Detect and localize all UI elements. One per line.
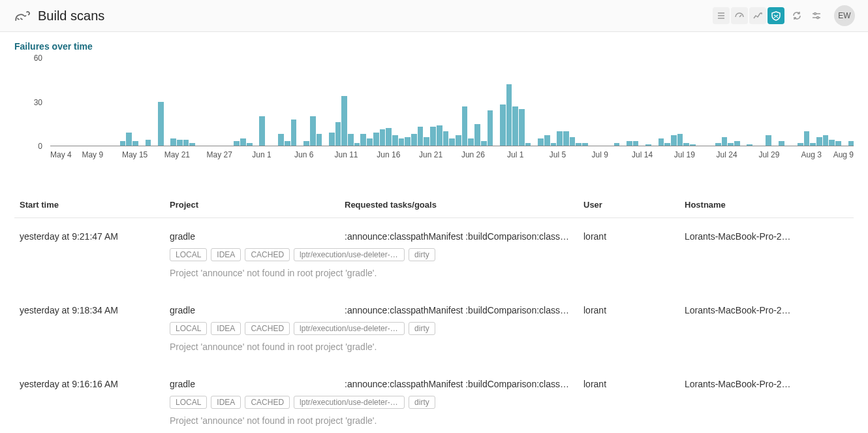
- table-row[interactable]: yesterday at 9:21:47 AMgradle:announce:c…: [14, 218, 854, 292]
- col-header-start[interactable]: Start time: [20, 200, 170, 210]
- chart-bar[interactable]: [146, 140, 151, 146]
- chart-bar[interactable]: [278, 134, 284, 146]
- tag[interactable]: dirty: [409, 322, 435, 335]
- chart-bar[interactable]: [177, 140, 183, 146]
- tag[interactable]: dirty: [409, 396, 435, 409]
- chart-bar[interactable]: [449, 138, 455, 146]
- col-header-user[interactable]: User: [583, 200, 685, 210]
- chart-bar[interactable]: [551, 143, 557, 146]
- chart-bar[interactable]: [677, 134, 683, 146]
- chart-bar[interactable]: [823, 135, 829, 146]
- chart-bar[interactable]: [189, 143, 195, 146]
- chart-bar[interactable]: [386, 128, 392, 146]
- table-row[interactable]: yesterday at 9:16:16 AMgradle:announce:c…: [14, 366, 854, 433]
- chart-bar[interactable]: [481, 141, 487, 146]
- chart-bar[interactable]: [798, 143, 803, 146]
- col-header-tasks[interactable]: Requested tasks/goals: [345, 200, 583, 210]
- chart-bar[interactable]: [525, 143, 531, 146]
- chart-bar[interactable]: [747, 144, 752, 146]
- col-header-host[interactable]: Hostname: [685, 200, 848, 210]
- chart-bar[interactable]: [829, 140, 835, 146]
- chart-bar[interactable]: [563, 131, 569, 146]
- chart-bar[interactable]: [247, 143, 253, 146]
- chart-bar[interactable]: [126, 133, 132, 146]
- tag[interactable]: CACHED: [245, 396, 290, 409]
- chart-bar[interactable]: [671, 135, 677, 146]
- chart-bar[interactable]: [614, 143, 620, 146]
- settings-button[interactable]: [808, 7, 825, 24]
- chart-bar[interactable]: [354, 143, 360, 146]
- chart-bar[interactable]: [538, 138, 544, 146]
- chart-bar[interactable]: [810, 143, 816, 146]
- tag[interactable]: CACHED: [245, 322, 290, 335]
- tag[interactable]: IDEA: [211, 396, 241, 409]
- failures-view-button[interactable]: [767, 7, 784, 24]
- chart-bar[interactable]: [259, 116, 265, 146]
- chart-bar[interactable]: [779, 141, 784, 146]
- tag[interactable]: lptr/execution/use-deleter-t…: [294, 248, 405, 261]
- chart-bar[interactable]: [418, 127, 424, 146]
- col-header-project[interactable]: Project: [170, 200, 345, 210]
- tag[interactable]: IDEA: [211, 248, 241, 261]
- chart-bar[interactable]: [506, 84, 512, 146]
- chart-bar[interactable]: [380, 129, 386, 146]
- tag[interactable]: dirty: [409, 248, 435, 261]
- chart-bar[interactable]: [664, 143, 670, 146]
- chart-bar[interactable]: [310, 116, 316, 146]
- chart-bar[interactable]: [645, 144, 651, 146]
- chart-bar[interactable]: [519, 109, 525, 146]
- chart-bar[interactable]: [544, 135, 550, 146]
- chart-bar[interactable]: [683, 143, 689, 146]
- chart-bar[interactable]: [348, 134, 354, 146]
- chart-bar[interactable]: [405, 137, 411, 146]
- chart-bar[interactable]: [835, 141, 841, 146]
- refresh-button[interactable]: [788, 7, 805, 24]
- chart-bar[interactable]: [633, 141, 639, 146]
- chart-bar[interactable]: [329, 133, 335, 146]
- chart-bar[interactable]: [816, 137, 822, 146]
- tag[interactable]: CACHED: [245, 248, 290, 261]
- chart-bar[interactable]: [804, 131, 810, 146]
- performance-view-button[interactable]: [731, 7, 748, 24]
- chart-bar[interactable]: [285, 141, 290, 146]
- chart-bar[interactable]: [659, 138, 664, 146]
- chart-bar[interactable]: [317, 134, 322, 146]
- chart-bar[interactable]: [158, 102, 164, 146]
- chart-bar[interactable]: [557, 131, 563, 146]
- chart-bar[interactable]: [500, 104, 506, 146]
- table-row[interactable]: yesterday at 9:18:34 AMgradle:announce:c…: [14, 292, 854, 366]
- tag[interactable]: IDEA: [211, 322, 241, 335]
- tag[interactable]: LOCAL: [170, 396, 207, 409]
- user-avatar[interactable]: EW: [834, 5, 855, 26]
- chart-bar[interactable]: [690, 144, 696, 146]
- chart-bar[interactable]: [240, 138, 246, 146]
- chart-bar[interactable]: [291, 120, 297, 146]
- chart-bar[interactable]: [373, 133, 379, 146]
- chart-bar[interactable]: [335, 122, 341, 146]
- chart-bar[interactable]: [456, 135, 461, 146]
- chart-bar[interactable]: [424, 137, 429, 146]
- chart-bar[interactable]: [120, 141, 126, 146]
- chart-bar[interactable]: [443, 131, 449, 146]
- chart-bar[interactable]: [234, 141, 240, 146]
- chart-bar[interactable]: [360, 134, 366, 146]
- chart-bar[interactable]: [848, 141, 854, 146]
- chart-bar[interactable]: [132, 141, 138, 146]
- chart-bar[interactable]: [474, 124, 480, 146]
- tag[interactable]: lptr/execution/use-deleter-t…: [294, 396, 405, 409]
- chart-bar[interactable]: [341, 96, 347, 146]
- chart-bar[interactable]: [367, 138, 373, 146]
- tag[interactable]: lptr/execution/use-deleter-t…: [294, 322, 405, 335]
- tag[interactable]: LOCAL: [170, 322, 207, 335]
- chart-bar[interactable]: [722, 137, 728, 146]
- chart-bar[interactable]: [728, 143, 734, 146]
- chart-bar[interactable]: [183, 140, 189, 146]
- chart-bar[interactable]: [430, 127, 436, 146]
- trends-view-button[interactable]: [749, 7, 766, 24]
- chart-bar[interactable]: [303, 141, 309, 146]
- chart-bar[interactable]: [734, 141, 740, 146]
- tag[interactable]: LOCAL: [170, 248, 207, 261]
- chart-bar[interactable]: [462, 106, 468, 146]
- chart-bar[interactable]: [627, 141, 632, 146]
- chart-bar[interactable]: [488, 110, 493, 146]
